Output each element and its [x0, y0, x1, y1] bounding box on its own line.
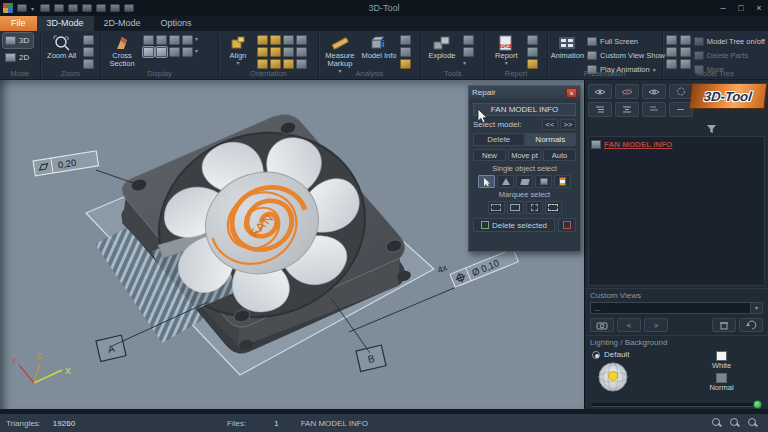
close-button[interactable]: ×: [750, 1, 768, 15]
delete-view-button[interactable]: [712, 318, 736, 332]
marquee-polygon-tool[interactable]: [526, 201, 543, 214]
next-view-button[interactable]: >: [644, 318, 668, 332]
tab-file[interactable]: File: [0, 16, 37, 31]
datum-b-annotation[interactable]: B: [356, 345, 386, 371]
tab-3d-mode[interactable]: 3D-Mode: [37, 16, 94, 31]
report-dropdown-icon[interactable]: ▾: [505, 60, 508, 66]
marquee-invert-tool[interactable]: [545, 201, 562, 214]
tree-item-fan-model[interactable]: FAN MODEL INFO: [591, 140, 762, 149]
tab-options[interactable]: Options: [151, 16, 202, 31]
restore-view-button[interactable]: [739, 318, 763, 332]
normals-auto-button[interactable]: Auto: [543, 149, 576, 161]
normals-new-button[interactable]: New: [473, 149, 506, 161]
status-zoom-select-icon[interactable]: [712, 418, 722, 428]
display-markup-icon[interactable]: [169, 47, 180, 57]
compare-icon[interactable]: [400, 35, 411, 45]
rotate-z-icon[interactable]: [283, 47, 294, 57]
full-screen-button[interactable]: Full Screen: [587, 35, 665, 48]
display-edges-icon[interactable]: [143, 47, 154, 57]
display-wireframe-icon[interactable]: [169, 35, 180, 45]
tab-2d-mode[interactable]: 2D-Mode: [94, 16, 151, 31]
select-solid-tool[interactable]: [535, 175, 552, 188]
cross-section-button[interactable]: Cross Section: [104, 33, 140, 68]
model-tree[interactable]: FAN MODEL INFO: [588, 136, 765, 286]
copy-view-icon[interactable]: [527, 47, 538, 57]
part-node-icon[interactable]: [591, 140, 601, 149]
display-shaded-edges-icon[interactable]: [156, 35, 167, 45]
mode-2d-button[interactable]: 2D: [3, 50, 33, 65]
filter-icon[interactable]: [706, 124, 717, 134]
next-model-button[interactable]: >>: [560, 119, 576, 130]
marquee-inside-tool[interactable]: [488, 201, 505, 214]
prev-model-button[interactable]: <<: [542, 119, 558, 130]
slider-knob-green[interactable]: [753, 400, 762, 409]
background-white-swatch[interactable]: [716, 351, 727, 361]
prev-view-button[interactable]: <: [617, 318, 641, 332]
align-button[interactable]: Align ▾: [222, 33, 254, 67]
status-zoom-in-icon[interactable]: [730, 418, 740, 428]
light-sphere-icon[interactable]: [596, 361, 630, 393]
custom-views-dropdown[interactable]: ... ▾: [590, 302, 763, 314]
custom-view-show-button[interactable]: Custom View Show: [587, 49, 665, 62]
repair-dialog-titlebar[interactable]: Repair ×: [469, 86, 580, 99]
lighting-default-radio[interactable]: Default: [592, 350, 680, 359]
delete-parts-button[interactable]: Delete Parts: [694, 49, 765, 62]
tree-collapse-icon[interactable]: [666, 47, 677, 57]
edit-report-icon[interactable]: [527, 59, 538, 69]
select-surface-tool[interactable]: [516, 175, 533, 188]
display-more2-icon[interactable]: ▾: [195, 47, 198, 57]
collapse-all-button[interactable]: [615, 102, 639, 117]
select-cursor-tool[interactable]: [478, 175, 495, 188]
select-color-tool[interactable]: [554, 175, 571, 188]
view-right-icon[interactable]: [270, 47, 281, 57]
report-button[interactable]: PDF Report ▾: [488, 33, 524, 67]
repair-tab-normals[interactable]: Normals: [525, 133, 577, 146]
invert-visibility-button[interactable]: [642, 84, 666, 99]
model-info-button[interactable]: i Model Info: [361, 33, 397, 60]
background-normal-swatch[interactable]: [716, 373, 727, 383]
expand-all-button[interactable]: [588, 102, 612, 117]
view-top-icon[interactable]: [257, 59, 268, 69]
tree-pick-icon[interactable]: [680, 59, 691, 69]
custom-views-dropdown-icon[interactable]: ▾: [750, 303, 762, 313]
move-parts-icon[interactable]: [463, 47, 474, 57]
tree-expand-icon[interactable]: [666, 35, 677, 45]
paint-parts-icon[interactable]: [463, 35, 474, 45]
hide-selected-button[interactable]: [615, 84, 639, 99]
tools-more-icon[interactable]: ▾: [463, 59, 474, 66]
delete-selected-button[interactable]: Delete selected: [473, 218, 555, 232]
repair-close-button[interactable]: ×: [566, 88, 577, 98]
tree-list-icon[interactable]: [680, 47, 691, 57]
tree-select-icon[interactable]: [666, 59, 677, 69]
display-transparent-icon[interactable]: [182, 35, 193, 45]
display-points-icon[interactable]: [182, 47, 193, 57]
spin-icon[interactable]: [296, 47, 307, 57]
show-all-button[interactable]: [588, 84, 612, 99]
normals-move-pt-button[interactable]: Move pt: [508, 149, 541, 161]
view-left-icon[interactable]: [257, 47, 268, 57]
display-shaded-icon[interactable]: [143, 35, 154, 45]
animation-button[interactable]: Animation: [551, 33, 584, 60]
snapshot-icon[interactable]: [527, 35, 538, 45]
mode-3d-button[interactable]: 3D: [3, 33, 33, 48]
tree-item-label[interactable]: FAN MODEL INFO: [604, 140, 672, 149]
repair-tab-delete[interactable]: Delete: [473, 133, 525, 146]
display-more-icon[interactable]: ▾: [195, 35, 198, 45]
zoom-in-icon[interactable]: [83, 47, 94, 57]
view-reset-icon[interactable]: [296, 59, 307, 69]
status-zoom-out-icon[interactable]: [748, 418, 758, 428]
align-dropdown-icon[interactable]: ▾: [236, 60, 239, 66]
marquee-crossing-tool[interactable]: [507, 201, 524, 214]
explode-button[interactable]: Explode: [424, 33, 460, 60]
view-bottom-icon[interactable]: [270, 59, 281, 69]
flatness-annotation[interactable]: 0,20: [33, 151, 99, 176]
display-silhouette-icon[interactable]: [156, 47, 167, 57]
zoom-all-button[interactable]: Zoom All: [44, 33, 80, 60]
delete-all-button[interactable]: [558, 218, 576, 232]
view-front-icon[interactable]: [257, 35, 268, 45]
rotate-x-icon[interactable]: [283, 35, 294, 45]
maximize-button[interactable]: □: [732, 1, 750, 15]
view-iso-icon[interactable]: [283, 59, 294, 69]
brightness-slider[interactable]: [585, 400, 768, 409]
zoom-out-icon[interactable]: [83, 59, 94, 69]
